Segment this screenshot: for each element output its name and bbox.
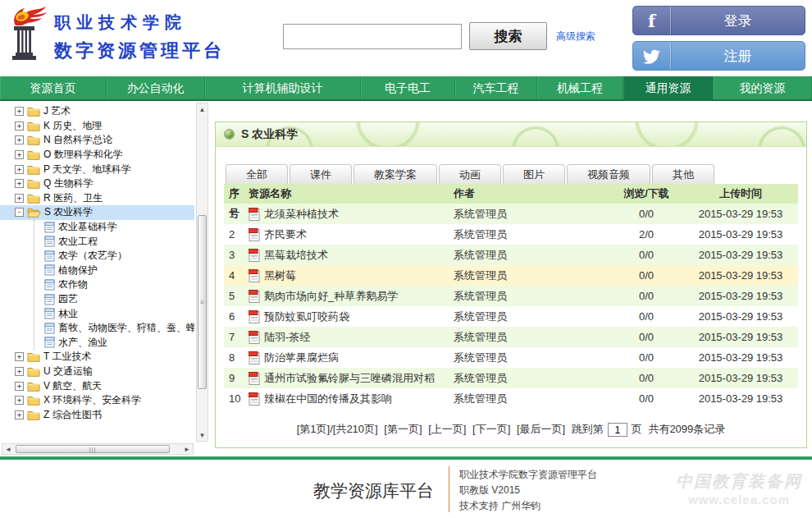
tab-1[interactable]: 全部 [226,164,288,184]
tree-item[interactable]: +Q 生物科学 [0,176,194,191]
tab-7[interactable]: 其他 [652,164,714,184]
scroll-down-arrow[interactable]: ▼ [197,429,208,441]
scroll-right-arrow[interactable]: ► [181,444,193,454]
expand-icon[interactable]: + [15,179,24,188]
tree-item[interactable]: +J 艺术 [0,104,194,119]
tree-item[interactable]: +U 交通运输 [0,364,194,379]
tree-child-item[interactable]: 农业基础科学 [34,220,194,235]
nav-item-4[interactable]: 电子电工 [361,76,455,99]
tree-item[interactable]: +R 医药、卫生 [0,191,194,206]
nav-item-5[interactable]: 汽车工程 [455,76,537,99]
nav-item-2[interactable]: 办公自动化 [107,76,205,99]
tab-5[interactable]: 图片 [503,164,565,184]
nav-item-3[interactable]: 计算机辅助设计 [205,76,361,99]
register-button[interactable]: 注册 [632,41,805,71]
tree-vertical-scrollbar[interactable]: ▲ ≡ ▼ [196,103,208,442]
tree-horizontal-scrollbar[interactable]: ◄ ||| ► [2,443,194,455]
tree-child-item[interactable]: 植物保护 [34,264,194,278]
expand-icon[interactable]: + [15,121,24,131]
table-row[interactable]: 10辣椒在中国的传播及其影响系统管理员0/02015-03-29 19:53 [224,388,798,409]
nav-item-8[interactable]: 我的资源 [714,76,812,99]
tree-item[interactable]: +O 数理科学和化学 [0,148,194,163]
nav-item-7[interactable]: 通用资源 [623,76,714,99]
tree-child-item[interactable]: 畜牧、动物医学、狩猎、蚕、蜂 [34,321,194,336]
resource-name-link[interactable]: 鹅肉市场向好_种草养鹅易学 [264,286,398,306]
expand-icon[interactable]: + [15,410,24,419]
nav-item-6[interactable]: 机械工程 [537,76,623,99]
tree-child-item[interactable]: 农作物 [34,277,194,292]
tree-child-item[interactable]: 农学（农艺学） [34,249,194,264]
tree-child-item[interactable]: 农业工程 [34,234,194,249]
table-row[interactable]: 5鹅肉市场向好_种草养鹅易学系统管理员0/02015-03-29 19:53 [224,286,798,306]
prev-page-link[interactable]: [上一页] [428,423,466,435]
login-button[interactable]: f 登录 [632,6,805,35]
table-row[interactable]: 1龙须菜种植技术系统管理员0/02015-03-29 19:53 [224,204,798,224]
table-row[interactable]: 7陆羽-茶经系统管理员0/02015-03-29 19:53 [224,327,798,347]
resource-name-link[interactable]: 辣椒在中国的传播及其影响 [264,388,392,409]
collapse-icon[interactable]: - [15,208,24,217]
tree-item[interactable]: +Z 综合性图书 [0,407,194,422]
footer-info-line: 职教版 V2015 [459,483,597,498]
horizontal-scroll-thumb[interactable]: ||| [16,445,170,453]
watermark-line2: www.celea.com [676,493,802,507]
tree-item[interactable]: +P 天文学、地球科学 [0,162,194,176]
tree-item-label: S 农业科学 [44,205,93,219]
search-button[interactable]: 搜索 [469,22,547,50]
resource-name-link[interactable]: 龙须菜种植技术 [264,204,339,224]
tab-6[interactable]: 视频音频 [567,164,650,184]
expand-icon[interactable]: + [15,165,24,174]
first-page-link[interactable]: [第一页] [384,423,422,435]
expand-icon[interactable]: + [15,135,24,144]
tree-item[interactable]: +T 工业技术 [0,350,194,364]
jump-page-input[interactable] [608,423,627,437]
resource-name-link[interactable]: 预防蚊虱叮咬药袋 [264,306,349,327]
column-header: 序号 [224,184,249,204]
nav-item-1[interactable]: 资源首页 [0,76,107,99]
expand-icon[interactable]: + [15,352,24,361]
tree-item[interactable]: -S 农业科学 [0,205,194,220]
table-row[interactable]: 8防治苹果腐烂病系统管理员0/02015-03-29 19:53 [224,347,798,368]
tree-item[interactable]: +K 历史、地理 [0,119,194,134]
tree-item[interactable]: +X 环境科学、安全科学 [0,393,194,408]
table-row[interactable]: 3黑莓栽培技术系统管理员0/02015-03-29 19:53 [224,245,798,265]
scroll-left-arrow[interactable]: ◄ [2,444,14,454]
resource-name-link[interactable]: 黑树莓 [264,265,296,286]
tree-item[interactable]: +V 航空、航天 [0,378,194,393]
table-row[interactable]: 2齐民要术系统管理员2/02015-03-29 19:53 [224,224,798,245]
tab-4[interactable]: 动画 [439,164,501,184]
tree-item[interactable]: +N 自然科学总论 [0,133,194,148]
expand-icon[interactable]: + [15,150,24,159]
tree-child-item[interactable]: 水产、渔业 [34,336,194,351]
expand-icon[interactable]: + [15,107,24,116]
table-row[interactable]: 4黑树莓系统管理员0/02015-03-29 19:53 [224,265,798,286]
content-area: +J 艺术+K 历史、地理+N 自然科学总论+O 数理科学和化学+P 天文学、地… [0,101,812,456]
resource-name-link[interactable]: 黑莓栽培技术 [264,245,328,265]
tree-item-label: P 天文学、地球科学 [43,163,131,176]
resource-name-link[interactable]: 通州市试验氟铃脲与三唑磷混用对稻 [264,368,435,388]
section-title: S 农业科学 [241,127,298,142]
tree-child-label: 农业工程 [58,235,98,249]
tab-2[interactable]: 课件 [290,164,352,184]
resource-name-link[interactable]: 防治苹果腐烂病 [264,347,339,368]
expand-icon[interactable]: + [15,396,24,405]
tree-child-item[interactable]: 园艺 [34,292,194,307]
expand-icon[interactable]: + [15,382,24,391]
resource-name-link[interactable]: 齐民要术 [264,224,307,245]
expand-icon[interactable]: + [15,367,24,376]
upload-time-cell: 2015-03-29 19:53 [683,245,798,265]
advanced-search-link[interactable]: 高级搜索 [556,30,595,44]
resource-name-link[interactable]: 陆羽-茶经 [264,327,310,347]
last-page-link[interactable]: [最后一页] [517,423,565,435]
upload-time-cell: 2015-03-29 19:53 [683,327,798,347]
column-header: 资源名称 [249,184,454,204]
tab-bar: 全部课件教案学案动画图片视频音频其他 [216,147,806,184]
next-page-link[interactable]: [下一页] [472,423,510,435]
expand-icon[interactable]: + [15,194,24,203]
table-row[interactable]: 9通州市试验氟铃脲与三唑磷混用对稻系统管理员0/02015-03-29 19:5… [224,368,798,388]
vertical-scroll-thumb[interactable]: ≡ [198,215,207,389]
search-input[interactable] [283,24,462,49]
table-row[interactable]: 6预防蚊虱叮咬药袋系统管理员0/02015-03-29 19:53 [224,306,798,327]
scroll-up-arrow[interactable]: ▲ [197,103,208,115]
tree-child-item[interactable]: 林业 [34,306,194,321]
tab-3[interactable]: 教案学案 [354,164,437,184]
